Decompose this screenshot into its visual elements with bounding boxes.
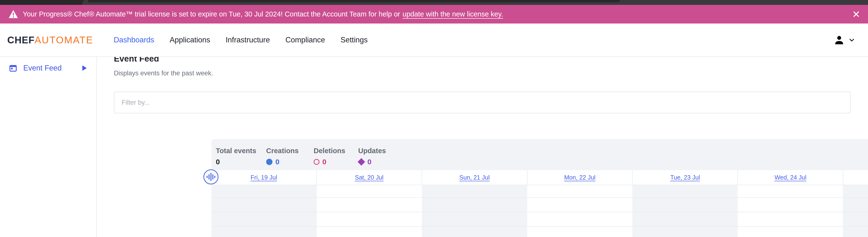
timeline-day-header: Fri, 19 Jul Sat, 20 Jul Sun, 21 Jul Mon,… xyxy=(211,170,868,185)
timeline-cell xyxy=(422,185,527,197)
page-title: Event Feed xyxy=(114,57,868,64)
timeline-cell xyxy=(527,185,632,197)
expand-arrow-icon[interactable] xyxy=(82,65,87,71)
timeline-row xyxy=(211,197,868,212)
stat-label: Updates xyxy=(358,147,386,155)
stat-value: 0 xyxy=(367,158,372,166)
timeline-cell xyxy=(211,198,317,212)
close-icon[interactable]: ✕ xyxy=(852,9,860,19)
warning-triangle-icon xyxy=(8,9,19,19)
timeline-cell xyxy=(317,227,422,237)
stat-label: Creations xyxy=(266,147,314,155)
page-subtitle: Displays events for the past week. xyxy=(114,69,868,77)
day-header-cell: Thu, 25 Jul xyxy=(843,170,868,185)
timeline-row xyxy=(211,185,868,197)
timeline-cell xyxy=(843,185,868,197)
timeline-cell xyxy=(211,185,317,197)
browser-tab-strip-top xyxy=(82,0,620,2)
timeline-cell xyxy=(843,212,868,226)
timeline-cell xyxy=(527,227,632,237)
day-header-cell: Wed, 24 Jul xyxy=(738,170,843,185)
deletions-ring-icon xyxy=(314,159,319,165)
nav-dashboards[interactable]: Dashboards xyxy=(114,36,154,45)
timeline-cell xyxy=(527,212,632,226)
nav-infrastructure[interactable]: Infrastructure xyxy=(226,36,270,45)
calendar-icon xyxy=(9,64,17,72)
day-header-cell: Tue, 23 Jul xyxy=(632,170,738,185)
timeline-cell xyxy=(422,227,527,237)
timeline-cell xyxy=(422,198,527,212)
timeline-cell xyxy=(738,185,843,197)
creations-dot-icon xyxy=(266,159,273,165)
timeline-row xyxy=(211,226,868,237)
timeline-cell xyxy=(317,198,422,212)
day-header-cell: Sun, 21 Jul xyxy=(422,170,527,185)
stat-label: Total events xyxy=(216,147,266,155)
timeline-cell xyxy=(632,227,738,237)
day-link[interactable]: Sat, 20 Jul xyxy=(355,174,383,181)
nav-applications[interactable]: Applications xyxy=(170,36,210,45)
browser-tab-corner xyxy=(82,0,88,5)
timeline-cell xyxy=(422,212,527,226)
sidebar: Event Feed xyxy=(0,57,97,237)
app-header: CHEFAUTOMATE Dashboards Applications Inf… xyxy=(0,24,868,56)
update-license-link[interactable]: update with the new license key. xyxy=(403,10,503,18)
timeline-cell xyxy=(317,212,422,226)
day-header-cell: Mon, 22 Jul xyxy=(527,170,632,185)
timeline-cell xyxy=(527,198,632,212)
timeline-cell xyxy=(843,198,868,212)
timeline-row xyxy=(211,212,868,226)
stat-value: 0 xyxy=(322,158,327,166)
stat-value: 0 xyxy=(275,158,279,166)
stat-total-events: Total events 0 xyxy=(216,147,266,166)
timeline-cell xyxy=(632,212,738,226)
timeline-cell xyxy=(211,212,317,226)
stat-deletions: Deletions 0 xyxy=(314,147,358,166)
day-header-cell: Sat, 20 Jul xyxy=(316,170,422,185)
day-header-cell: Fri, 19 Jul xyxy=(211,170,316,185)
page-body: Event Feed Event Feed Displays events fo… xyxy=(0,56,868,237)
nav-settings[interactable]: Settings xyxy=(341,36,368,45)
timeline-cell xyxy=(738,198,843,212)
timeline-cell xyxy=(211,227,317,237)
timeline-cell xyxy=(738,227,843,237)
event-timeline: Fri, 19 Jul Sat, 20 Jul Sun, 21 Jul Mon,… xyxy=(211,170,868,237)
day-link[interactable]: Mon, 22 Jul xyxy=(564,174,595,181)
stat-label: Deletions xyxy=(314,147,358,155)
main-nav: Dashboards Applications Infrastructure C… xyxy=(114,36,368,45)
browser-tab-strip xyxy=(0,0,85,5)
timeline-cell xyxy=(632,198,738,212)
chevron-down-icon xyxy=(848,36,856,43)
license-warning-text: Your Progress® Chef® Automate™ trial lic… xyxy=(23,10,400,18)
day-link[interactable]: Sun, 21 Jul xyxy=(459,174,490,181)
chef-automate-logo: CHEFAUTOMATE xyxy=(7,35,93,46)
waveform-icon xyxy=(207,176,208,178)
user-icon xyxy=(834,34,845,46)
user-menu[interactable] xyxy=(834,34,861,46)
day-link[interactable]: Tue, 23 Jul xyxy=(670,174,700,181)
main-content: Event Feed Displays events for the past … xyxy=(97,57,868,237)
stat-updates: Updates 0 xyxy=(358,147,386,166)
updates-diamond-icon xyxy=(358,158,365,166)
timeline-cell xyxy=(843,227,868,237)
day-link[interactable]: Wed, 24 Jul xyxy=(775,174,806,181)
day-link[interactable]: Fri, 19 Jul xyxy=(251,174,277,181)
timeline-cell xyxy=(738,212,843,226)
logo-chef-text: CHEF xyxy=(7,35,35,45)
filter-input[interactable] xyxy=(114,92,850,113)
logo-automate-text: AUTOMATE xyxy=(35,35,93,45)
event-stats: Total events 0 Creations 0 Deletions 0 xyxy=(216,147,386,166)
timeline-cell xyxy=(317,185,422,197)
stat-creations: Creations 0 xyxy=(266,147,314,166)
stat-value: 0 xyxy=(216,158,266,166)
sidebar-item-label: Event Feed xyxy=(23,64,62,72)
sidebar-item-event-feed[interactable]: Event Feed xyxy=(0,60,96,76)
timescale-control-left[interactable] xyxy=(204,169,218,184)
license-warning-banner: Your Progress® Chef® Automate™ trial lic… xyxy=(0,5,868,24)
timeline-cell xyxy=(632,185,738,197)
event-summary-card: Total events 0 Creations 0 Deletions 0 xyxy=(211,139,868,237)
browser-chrome-strip xyxy=(0,0,868,5)
nav-compliance[interactable]: Compliance xyxy=(285,36,325,45)
